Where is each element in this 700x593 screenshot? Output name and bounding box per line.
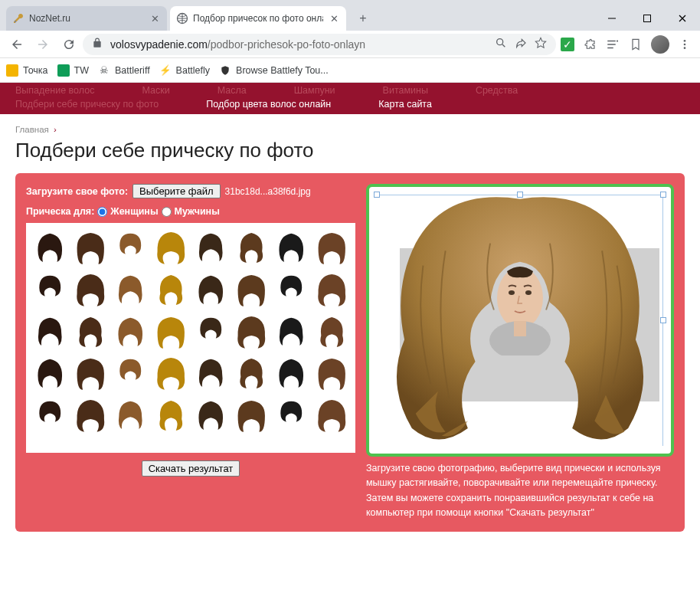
nav-item[interactable]: Шампуни <box>294 85 335 96</box>
hairstyle-thumb[interactable] <box>193 271 229 309</box>
nav-item[interactable]: Подбери себе прическу по фото <box>15 99 159 110</box>
hairstyle-thumb[interactable] <box>73 313 109 351</box>
new-tab-button[interactable]: + <box>352 8 374 29</box>
hairstyle-thumb[interactable] <box>73 397 109 434</box>
hairstyle-thumb[interactable] <box>153 313 189 351</box>
shield-icon <box>219 64 231 77</box>
tab-active[interactable]: Подбор причесок по фото онла ✕ <box>170 6 346 31</box>
hairstyle-thumb[interactable] <box>153 229 189 267</box>
bookmark-battlefy-tour[interactable]: Browse Battlefy Tou... <box>219 64 329 77</box>
hairstyle-thumb[interactable] <box>113 271 149 309</box>
hairstyle-thumb[interactable] <box>273 355 309 392</box>
hairstyle-thumb[interactable] <box>113 397 149 434</box>
svg-point-9 <box>684 40 686 42</box>
ext-puzzle-icon[interactable] <box>582 37 597 52</box>
nav-item[interactable]: Средства <box>476 85 518 96</box>
nav-item[interactable]: Масла <box>218 85 247 96</box>
download-button[interactable]: Скачать результат <box>142 460 240 477</box>
share-icon[interactable] <box>515 37 527 51</box>
hairstyle-thumb[interactable] <box>73 355 109 392</box>
hairstyle-picker[interactable] <box>26 223 355 453</box>
ext-list-icon[interactable] <box>605 37 620 52</box>
hairstyle-thumb[interactable] <box>32 355 68 392</box>
radio-women-label[interactable]: Женщины <box>110 206 158 217</box>
forward-button[interactable] <box>31 32 55 57</box>
nav-item[interactable]: Выпадение волос <box>15 85 94 96</box>
close-button[interactable] <box>665 6 700 31</box>
breadcrumb-home[interactable]: Главная <box>15 125 49 134</box>
choose-file-button[interactable]: Выберите файл <box>132 184 220 198</box>
bookmark-battleriff[interactable]: ☠ Battleriff <box>98 64 150 77</box>
star-icon[interactable] <box>535 37 547 51</box>
address-bar[interactable]: volosvypadenie.com/podbor-prichesok-po-f… <box>83 34 556 55</box>
radio-women[interactable] <box>97 207 107 217</box>
close-icon[interactable]: ✕ <box>149 12 161 25</box>
close-icon[interactable]: ✕ <box>328 12 340 25</box>
nav-item[interactable]: Витамины <box>383 85 428 96</box>
hairstyle-thumb[interactable] <box>113 313 149 351</box>
menu-icon[interactable] <box>677 37 692 52</box>
hairstyle-thumb[interactable] <box>193 229 229 267</box>
nav-item[interactable]: Маски <box>142 85 169 96</box>
bookmark-battlefly[interactable]: ⚡ Battlefly <box>159 64 210 77</box>
hairstyle-thumb[interactable] <box>234 313 270 351</box>
profile-avatar[interactable] <box>651 35 669 54</box>
hairstyle-thumb[interactable] <box>32 313 68 351</box>
svg-point-8 <box>617 40 618 41</box>
hairstyle-thumb[interactable] <box>234 355 270 392</box>
bookmark-label: Точка <box>23 65 48 76</box>
tab-noznet[interactable]: NozNet.ru ✕ <box>6 6 167 31</box>
reload-button[interactable] <box>57 32 81 57</box>
radio-men[interactable] <box>162 207 172 217</box>
back-button[interactable] <box>5 32 29 57</box>
hairstyle-thumb[interactable] <box>153 397 189 434</box>
hairstyle-thumb[interactable] <box>314 313 350 351</box>
radio-men-label[interactable]: Мужчины <box>175 206 220 217</box>
hairstyle-thumb[interactable] <box>153 271 189 309</box>
hairstyle-thumb[interactable] <box>273 271 309 309</box>
svg-point-10 <box>684 43 686 45</box>
window-controls <box>594 6 700 31</box>
page-title: Подбери себе прическу по фото <box>15 139 685 162</box>
bookmark-label: Browse Battlefy Tou... <box>236 65 329 76</box>
hairstyle-thumb[interactable] <box>273 313 309 351</box>
hairstyle-thumb[interactable] <box>314 397 350 434</box>
nav-item[interactable]: Карта сайта <box>378 99 432 110</box>
hairstyle-thumb[interactable] <box>32 229 68 267</box>
preview-canvas[interactable] <box>366 184 674 457</box>
hairstyle-thumb[interactable] <box>113 355 149 392</box>
bookmark-tw[interactable]: TW <box>57 64 89 77</box>
search-icon[interactable] <box>495 37 507 51</box>
maximize-button[interactable] <box>630 6 665 31</box>
nav-item[interactable]: Подбор цвета волос онлайн <box>206 99 331 110</box>
minimize-button[interactable] <box>594 6 630 31</box>
hairstyle-thumb[interactable] <box>193 313 229 351</box>
tab-title: Подбор причесок по фото онла <box>193 13 323 24</box>
ext-check-icon[interactable]: ✓ <box>561 38 574 51</box>
hairstyle-overlay[interactable] <box>378 192 662 450</box>
hairstyle-thumb[interactable] <box>273 229 309 267</box>
bolt-icon: ⚡ <box>159 64 172 77</box>
hairstyle-thumb[interactable] <box>314 355 350 392</box>
breadcrumb: Главная › <box>15 125 685 134</box>
sheets-icon <box>57 64 70 77</box>
bookmark-tochka[interactable]: Точка <box>6 64 48 77</box>
hairstyle-thumb[interactable] <box>73 271 109 309</box>
hairstyle-thumb[interactable] <box>113 229 149 267</box>
hairstyle-thumb[interactable] <box>273 397 309 434</box>
hairstyle-thumb[interactable] <box>314 271 350 309</box>
hairstyle-thumb[interactable] <box>234 397 270 434</box>
svg-point-11 <box>684 47 686 49</box>
hairstyle-thumb[interactable] <box>193 355 229 392</box>
hairstyle-thumb[interactable] <box>32 271 68 309</box>
ext-bookmark-icon[interactable] <box>628 37 643 52</box>
hairstyle-thumb[interactable] <box>234 271 270 309</box>
hairstyle-thumb[interactable] <box>234 229 270 267</box>
hairstyle-thumb[interactable] <box>193 397 229 434</box>
hairstyle-thumb[interactable] <box>314 229 350 267</box>
hairstyle-thumb[interactable] <box>32 397 68 434</box>
hairstyle-thumb[interactable] <box>73 229 109 267</box>
wrench-icon <box>12 12 25 25</box>
gender-row: Прическа для: Женщины Мужчины <box>26 206 355 217</box>
hairstyle-thumb[interactable] <box>153 355 189 392</box>
